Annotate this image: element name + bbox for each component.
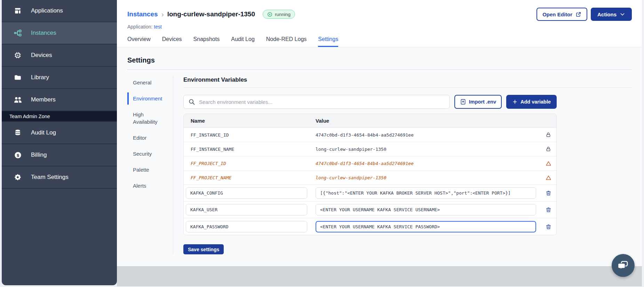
sidebar: Applications Instances Devices Library M… [2, 0, 117, 285]
users-icon [14, 96, 22, 104]
sidebar-item-library[interactable]: Library [2, 67, 117, 89]
tab-audit-log[interactable]: Audit Log [231, 36, 255, 47]
sidebar-item-team-settings[interactable]: Team Settings [2, 166, 117, 189]
table-row: FF_PROJECT_NAME long-curlew-sandpiper-13… [184, 171, 556, 185]
env-var-name: FF_INSTANCE_NAME [184, 147, 316, 152]
application-line: Application: test [127, 24, 632, 30]
chevron-down-icon [620, 11, 625, 17]
env-var-value: long-curlew-sandpiper-1350 [316, 175, 540, 180]
sidebar-item-billing[interactable]: $ Billing [2, 144, 117, 166]
application-link[interactable]: test [154, 24, 162, 30]
status-text: running [275, 12, 291, 17]
page-header: Instances › long-curlew-sandpiper-1350 r… [117, 0, 642, 47]
sidebar-item-members[interactable]: Members [2, 89, 117, 111]
import-env-label: Import .env [469, 99, 496, 105]
sidebar-item-label: Applications [31, 7, 63, 14]
settings-subnav: General Environment High Availability Ed… [127, 76, 173, 254]
table-row: FF_INSTANCE_NAME long-curlew-sandpiper-1… [184, 142, 556, 156]
env-var-name: FF_PROJECT_ID [184, 161, 316, 166]
table-row [184, 185, 556, 202]
sidebar-item-devices[interactable]: Devices [2, 44, 117, 67]
actions-button[interactable]: Actions [591, 8, 632, 21]
search-input[interactable] [199, 99, 445, 105]
env-var-value: 4747c0bd-d1f3-4654-84b4-aa5d274691ee [316, 161, 540, 166]
app-root: Applications Instances Devices Library M… [0, 0, 644, 287]
team-admin-zone-label: Team Admin Zone [2, 111, 117, 122]
breadcrumb: Instances › long-curlew-sandpiper-1350 r… [127, 8, 632, 21]
lock-icon [546, 146, 551, 152]
add-variable-button[interactable]: Add variable [506, 95, 557, 109]
title-divider [127, 69, 632, 70]
open-editor-label: Open Editor [542, 11, 572, 17]
tab-overview[interactable]: Overview [127, 36, 151, 47]
trash-icon[interactable] [546, 190, 551, 196]
subnav-divider [173, 76, 173, 254]
env-var-name-input[interactable] [186, 221, 307, 232]
page-title: Settings [127, 56, 632, 64]
subnav-item-editor[interactable]: Editor [127, 134, 164, 141]
sidebar-item-label: Devices [31, 52, 52, 59]
environment-panel: Environment Variables Import .env [183, 76, 632, 254]
application-label: Application: [127, 24, 152, 30]
plus-icon [512, 99, 518, 105]
env-var-value-input[interactable] [316, 187, 536, 199]
footer-band [117, 266, 642, 286]
env-var-name: FF_PROJECT_NAME [184, 175, 316, 180]
lock-icon [546, 132, 551, 138]
tab-settings[interactable]: Settings [318, 36, 338, 47]
save-settings-button[interactable]: Save settings [183, 244, 224, 254]
actions-label: Actions [597, 11, 617, 17]
subnav-item-high-availability[interactable]: High Availability [127, 111, 164, 125]
env-var-name: FF_INSTANCE_ID [184, 132, 316, 138]
tab-bar: Overview Devices Snapshots Audit Log Nod… [127, 36, 632, 47]
trash-icon[interactable] [546, 224, 551, 230]
instances-icon [14, 29, 22, 37]
svg-text:$: $ [16, 152, 19, 157]
sidebar-item-audit-log[interactable]: Audit Log [2, 122, 117, 144]
sidebar-item-label: Instances [31, 30, 56, 36]
sidebar-item-label: Billing [31, 151, 47, 158]
subnav-item-environment[interactable]: Environment [127, 92, 164, 105]
applications-icon [14, 7, 22, 15]
instance-name: long-curlew-sandpiper-1350 [167, 10, 255, 18]
status-badge: running [263, 10, 295, 19]
database-icon [14, 129, 22, 137]
subnav-item-palette[interactable]: Palette [127, 166, 164, 173]
sidebar-item-label: Team Settings [31, 174, 69, 181]
warning-triangle-icon [546, 175, 551, 181]
env-var-name-input[interactable] [186, 187, 307, 199]
subnav-item-general[interactable]: General [127, 79, 164, 86]
folder-icon [14, 73, 22, 82]
subnav-item-alerts[interactable]: Alerts [127, 182, 164, 189]
play-circle-icon [267, 12, 272, 17]
tab-devices[interactable]: Devices [162, 36, 182, 47]
sidebar-item-instances[interactable]: Instances [2, 22, 117, 44]
table-row: FF_PROJECT_ID 4747c0bd-d1f3-4654-84b4-aa… [184, 156, 556, 171]
import-env-button[interactable]: Import .env [454, 95, 502, 109]
add-variable-label: Add variable [520, 99, 551, 105]
chat-widget-button[interactable] [612, 254, 635, 277]
sidebar-item-applications[interactable]: Applications [2, 0, 117, 22]
subnav-item-security[interactable]: Security [127, 150, 164, 157]
tab-node-red-logs[interactable]: Node-RED Logs [266, 36, 307, 47]
env-var-value-input[interactable] [316, 204, 536, 215]
section-title: Environment Variables [183, 76, 632, 83]
breadcrumb-separator-icon: › [161, 10, 164, 18]
main-column: Instances › long-curlew-sandpiper-1350 r… [117, 0, 642, 286]
column-header-value: Value [316, 118, 540, 124]
settings-content: Settings General Environment High Availa… [117, 47, 642, 266]
open-editor-button[interactable]: Open Editor [536, 8, 587, 21]
trash-icon[interactable] [546, 207, 551, 213]
breadcrumb-instances-link[interactable]: Instances [127, 10, 158, 18]
env-var-value-input-focused[interactable] [316, 221, 536, 232]
table-header: Name Value [184, 114, 556, 128]
chip-icon [14, 51, 22, 59]
sidebar-item-label: Members [31, 96, 56, 103]
env-var-name-input[interactable] [186, 204, 307, 215]
env-var-value: 4747c0bd-d1f3-4654-84b4-aa5d274691ee [316, 132, 540, 138]
warning-triangle-icon [546, 161, 551, 166]
chat-bubbles-icon [617, 260, 629, 271]
tab-snapshots[interactable]: Snapshots [193, 36, 220, 47]
column-header-name: Name [184, 118, 316, 124]
section-divider [183, 88, 632, 88]
